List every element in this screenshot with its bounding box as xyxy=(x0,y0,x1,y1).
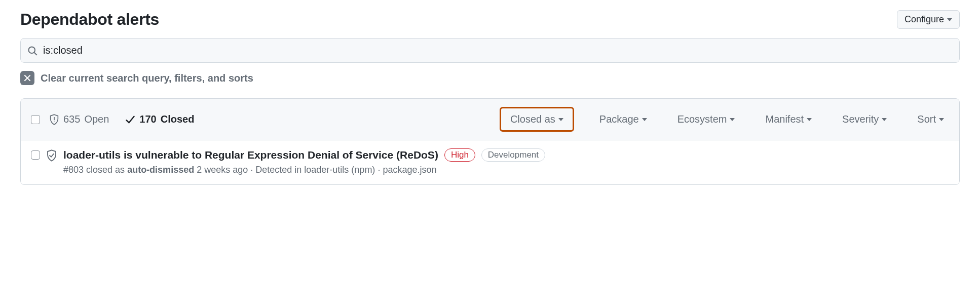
shield-alert-icon xyxy=(49,114,59,125)
filter-package[interactable]: Package xyxy=(594,110,652,128)
filter-manifest-label: Manifest xyxy=(765,113,804,125)
svg-line-1 xyxy=(34,52,37,55)
configure-label: Configure xyxy=(904,14,944,25)
svg-point-5 xyxy=(54,121,54,122)
alert-manifest: package.json xyxy=(383,165,436,175)
filter-package-label: Package xyxy=(599,113,639,125)
scope-badge: Development xyxy=(481,148,545,162)
caret-down-icon xyxy=(730,118,735,121)
shield-check-icon xyxy=(46,149,57,162)
alert-title-link[interactable]: loader-utils is vulnerable to Regular Ex… xyxy=(63,149,438,161)
select-all-checkbox[interactable] xyxy=(31,115,40,124)
filter-closed-as-label: Closed as xyxy=(510,113,555,125)
tab-closed[interactable]: 170 Closed xyxy=(124,111,195,127)
alert-id: #803 xyxy=(63,165,84,175)
search-icon xyxy=(27,46,37,56)
caret-down-icon xyxy=(947,18,952,21)
tab-open[interactable]: 635 Open xyxy=(48,111,110,127)
caret-down-icon xyxy=(642,118,647,121)
svg-point-0 xyxy=(29,47,35,53)
filter-severity-label: Severity xyxy=(842,113,879,125)
open-label: Open xyxy=(84,113,109,125)
severity-badge: High xyxy=(444,148,475,162)
close-icon xyxy=(20,71,34,85)
filter-sort[interactable]: Sort xyxy=(912,110,949,128)
clear-filters-button[interactable]: Clear current search query, filters, and… xyxy=(20,71,960,85)
filter-ecosystem[interactable]: Ecosystem xyxy=(672,110,740,128)
caret-down-icon xyxy=(882,118,887,121)
filter-ecosystem-label: Ecosystem xyxy=(677,113,727,125)
caret-down-icon xyxy=(558,118,563,121)
caret-down-icon xyxy=(939,118,944,121)
closed-count: 170 xyxy=(139,113,156,125)
closed-label: Closed xyxy=(161,113,195,125)
alert-closed-prefix: closed as xyxy=(86,165,125,175)
alert-closed-value: auto-dismissed xyxy=(127,165,194,175)
filter-closed-as[interactable]: Closed as xyxy=(500,107,574,132)
alert-time: 2 weeks ago xyxy=(197,165,248,175)
caret-down-icon xyxy=(807,118,812,121)
clear-filters-text: Clear current search query, filters, and… xyxy=(41,72,253,84)
alert-detected: Detected in loader-utils (npm) xyxy=(255,165,375,175)
alert-meta: #803 closed as auto-dismissed 2 weeks ag… xyxy=(63,165,949,175)
filter-manifest[interactable]: Manifest xyxy=(760,110,817,128)
alert-checkbox[interactable] xyxy=(31,150,40,160)
page-title: Dependabot alerts xyxy=(20,10,159,29)
filter-sort-label: Sort xyxy=(917,113,936,125)
open-count: 635 xyxy=(63,113,80,125)
check-icon xyxy=(125,115,135,125)
search-input[interactable] xyxy=(20,38,960,63)
alert-row[interactable]: loader-utils is vulnerable to Regular Ex… xyxy=(21,140,959,184)
configure-button[interactable]: Configure xyxy=(897,10,960,29)
filter-severity[interactable]: Severity xyxy=(837,110,892,128)
